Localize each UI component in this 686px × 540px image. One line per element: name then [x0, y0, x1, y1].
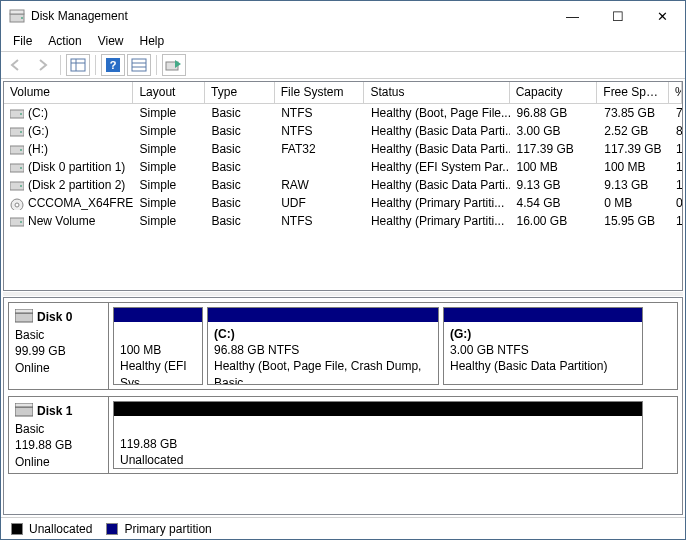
disk-1-size: 119.88 GB	[15, 438, 72, 452]
volume-free: 0 MB	[598, 196, 670, 210]
col-filesystem[interactable]: File System	[275, 82, 365, 103]
menu-action[interactable]: Action	[40, 32, 89, 50]
volume-name: (G:)	[28, 124, 49, 138]
volume-status: Healthy (Basic Data Parti...	[365, 178, 511, 192]
minimize-button[interactable]: —	[550, 1, 595, 31]
disk-0-size: 99.99 GB	[15, 344, 66, 358]
volume-capacity: 9.13 GB	[510, 178, 598, 192]
volume-type: Basic	[205, 196, 275, 210]
partition-status: Healthy (Basic Data Partition)	[450, 359, 607, 373]
volume-pct: 0	[670, 196, 682, 210]
toolbar-view-icon[interactable]	[66, 54, 90, 76]
partition-title: (C:)	[214, 327, 235, 341]
legend-swatch-unallocated	[11, 523, 23, 535]
col-capacity[interactable]: Capacity	[510, 82, 598, 103]
menu-file[interactable]: File	[5, 32, 40, 50]
close-button[interactable]: ✕	[640, 1, 685, 31]
volume-layout: Simple	[134, 196, 206, 210]
volume-name: (Disk 0 partition 1)	[28, 160, 125, 174]
forward-button	[31, 54, 55, 76]
svg-rect-8	[132, 59, 146, 71]
volume-capacity: 3.00 GB	[510, 124, 598, 138]
toolbar-list-icon[interactable]	[127, 54, 151, 76]
volume-free: 100 MB	[598, 160, 670, 174]
volume-row[interactable]: (G:)SimpleBasicNTFSHealthy (Basic Data P…	[4, 122, 682, 140]
volume-row[interactable]: CCCOMA_X64FRE...SimpleBasicUDFHealthy (P…	[4, 194, 682, 212]
partition-size: 3.00 GB NTFS	[450, 343, 529, 357]
drive-icon	[10, 108, 24, 119]
partition-body: (G:)3.00 GB NTFSHealthy (Basic Data Part…	[444, 322, 642, 384]
volume-layout: Simple	[134, 106, 206, 120]
disk-1-state: Online	[15, 455, 50, 469]
volume-pct: 1	[670, 214, 682, 228]
partition-box[interactable]: (G:)3.00 GB NTFSHealthy (Basic Data Part…	[443, 307, 643, 385]
toolbar-action-icon[interactable]	[162, 54, 186, 76]
disk-management-window: Disk Management — ☐ ✕ File Action View H…	[0, 0, 686, 540]
partition-header	[444, 308, 642, 322]
disk-icon	[15, 309, 33, 327]
volume-capacity: 4.54 GB	[510, 196, 598, 210]
svg-point-21	[20, 185, 22, 187]
help-icon[interactable]: ?	[101, 54, 125, 76]
svg-point-15	[20, 131, 22, 133]
disk-row-0[interactable]: Disk 0 Basic 99.99 GB Online 100 MBHealt…	[8, 302, 678, 390]
volume-status: Healthy (Primary Partiti...	[365, 196, 511, 210]
col-type[interactable]: Type	[205, 82, 275, 103]
volume-status: Healthy (Boot, Page File...	[365, 106, 511, 120]
drive-icon	[10, 180, 24, 191]
menubar: File Action View Help	[1, 31, 685, 51]
disk-1-graph: 119.88 GBUnallocated	[109, 397, 677, 473]
volume-pct: 7	[670, 106, 682, 120]
volume-capacity: 100 MB	[510, 160, 598, 174]
col-percent[interactable]: %	[669, 82, 682, 103]
volume-pct: 1	[670, 142, 682, 156]
partition-box[interactable]: 100 MBHealthy (EFI Sys	[113, 307, 203, 385]
svg-point-17	[20, 149, 22, 151]
drive-icon	[10, 162, 24, 173]
legend-unallocated: Unallocated	[29, 522, 92, 536]
volume-type: Basic	[205, 178, 275, 192]
volume-status: Healthy (Basic Data Parti...	[365, 142, 511, 156]
disk-1-title: Disk 1	[37, 404, 72, 418]
partition-box[interactable]: (C:)96.88 GB NTFSHealthy (Boot, Page Fil…	[207, 307, 439, 385]
maximize-button[interactable]: ☐	[595, 1, 640, 31]
volume-type: Basic	[205, 160, 275, 174]
partition-body: 100 MBHealthy (EFI Sys	[114, 322, 202, 384]
volume-fs: FAT32	[275, 142, 365, 156]
col-free[interactable]: Free Spa...	[597, 82, 669, 103]
volume-free: 117.39 GB	[598, 142, 670, 156]
svg-point-2	[21, 17, 23, 19]
disk-row-1[interactable]: Disk 1 Basic 119.88 GB Online 119.88 GBU…	[8, 396, 678, 474]
legend: Unallocated Primary partition	[1, 517, 685, 539]
menu-view[interactable]: View	[90, 32, 132, 50]
menu-help[interactable]: Help	[132, 32, 173, 50]
volume-fs: NTFS	[275, 214, 365, 228]
volume-fs: NTFS	[275, 106, 365, 120]
partition-box[interactable]: 119.88 GBUnallocated	[113, 401, 643, 469]
disk-icon	[15, 403, 33, 421]
volume-row[interactable]: (Disk 2 partition 2)SimpleBasicRAWHealth…	[4, 176, 682, 194]
volume-free: 2.52 GB	[598, 124, 670, 138]
legend-primary: Primary partition	[124, 522, 211, 536]
volume-row[interactable]: New VolumeSimpleBasicNTFSHealthy (Primar…	[4, 212, 682, 230]
svg-rect-29	[15, 403, 33, 407]
volume-name: New Volume	[28, 214, 95, 228]
volume-row[interactable]: (Disk 0 partition 1)SimpleBasicHealthy (…	[4, 158, 682, 176]
volume-row[interactable]: (H:)SimpleBasicFAT32Healthy (Basic Data …	[4, 140, 682, 158]
disc-icon	[10, 198, 24, 209]
svg-rect-26	[15, 313, 33, 322]
col-volume[interactable]: Volume	[4, 82, 133, 103]
disk-1-label: Disk 1 Basic 119.88 GB Online	[9, 397, 109, 473]
col-layout[interactable]: Layout	[133, 82, 205, 103]
content-area: Volume Layout Type File System Status Ca…	[1, 79, 685, 517]
svg-point-19	[20, 167, 22, 169]
volume-fs: UDF	[275, 196, 365, 210]
titlebar[interactable]: Disk Management — ☐ ✕	[1, 1, 685, 31]
volume-free: 15.95 GB	[598, 214, 670, 228]
col-status[interactable]: Status	[364, 82, 509, 103]
window-title: Disk Management	[31, 9, 550, 23]
volume-fs: RAW	[275, 178, 365, 192]
svg-rect-3	[71, 59, 85, 71]
volume-row[interactable]: (C:)SimpleBasicNTFSHealthy (Boot, Page F…	[4, 104, 682, 122]
toolbar: ?	[1, 51, 685, 79]
